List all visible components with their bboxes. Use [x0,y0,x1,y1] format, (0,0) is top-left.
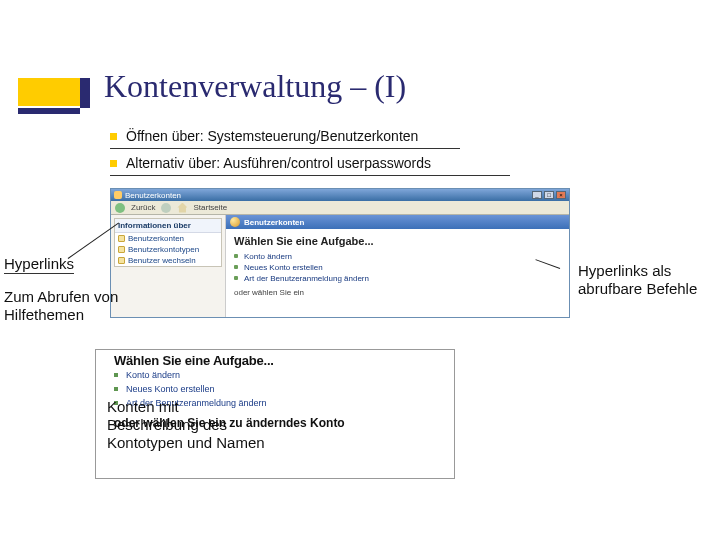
back-label[interactable]: Zurück [131,203,155,212]
tasks-heading-overlap: Wählen Sie eine Aufgabe... [114,353,274,368]
annotation-accounts: Konten mit Beschreibung des Kontotypen u… [107,398,267,452]
doc-icon [118,235,125,242]
tasks-heading: Wählen Sie eine Aufgabe... [234,235,561,247]
sidebar: Informationen über Benutzerkonten Benutz… [111,215,226,317]
minimize-button[interactable]: _ [532,191,542,199]
annotation-hyperlinks: Hyperlinks [4,255,74,274]
home-label[interactable]: Startseite [193,203,227,212]
sidebar-link-kontotypen[interactable]: Benutzerkontotypen [115,244,221,255]
task-link-new-account[interactable]: Neues Konto erstellen [234,262,561,273]
nav-toolbar: Zurück Startseite [111,201,569,215]
doc-icon [118,257,125,264]
or-text: oder wählen Sie ein [234,288,561,297]
home-icon[interactable] [177,203,187,213]
sidebar-header: Informationen über [115,219,221,233]
doc-icon [118,246,125,253]
app-icon [114,191,122,199]
bullet-marker-icon [110,133,117,140]
task-link-login-type[interactable]: Art der Benutzeranmeldung ändern [234,273,561,284]
window-user-accounts: Benutzerkonten _ □ × Zurück Startseite I… [110,188,570,318]
bullet-list: Öffnen über: Systemsteuerung/Benutzerkon… [110,128,510,182]
back-icon[interactable] [115,203,125,213]
close-button[interactable]: × [556,191,566,199]
task-link-change-account[interactable]: Konto ändern [234,251,561,262]
or-rest: wählen Sie ein [252,288,304,297]
or-prefix: oder [234,288,250,297]
slide-deco-blue-v [80,78,90,108]
annotation-helptopics: Zum Abrufen von Hilfethemen [4,288,124,324]
panel-header: Benutzerkonten [226,215,569,229]
slide-title: Kontenverwaltung – (I) [104,68,406,105]
annotation-hyperlinks-text: Hyperlinks [4,255,74,274]
slide-deco-blue-h [18,108,80,114]
annotation-accounts-text: Konten mit Beschreibung des Kontotypen u… [107,398,265,451]
bullet-1-text: Öffnen über: Systemsteuerung/Benutzerkon… [126,128,418,144]
titlebar[interactable]: Benutzerkonten _ □ × [111,189,569,201]
sidebar-link-label: Benutzerkonten [128,234,184,243]
sidebar-link-label: Benutzer wechseln [128,256,196,265]
forward-icon[interactable] [161,203,171,213]
panel-header-text: Benutzerkonten [244,218,304,227]
sidebar-link-label: Benutzerkontotypen [128,245,199,254]
sidebar-link-benutzerkonten[interactable]: Benutzerkonten [115,233,221,244]
task-link-change-account[interactable]: Konto ändern [114,368,444,382]
bullet-1: Öffnen über: Systemsteuerung/Benutzerkon… [110,128,460,149]
task-link-new-account[interactable]: Neues Konto erstellen [114,382,444,396]
window-title: Benutzerkonten [125,191,181,200]
main-panel: Benutzerkonten Wählen Sie eine Aufgabe..… [226,215,569,317]
bullet-2: Alternativ über: Ausführen/control userp… [110,155,510,176]
annotation-hyperlinks-commands: Hyperlinks als abrufbare Befehle [578,262,718,298]
bullet-2-text: Alternativ über: Ausführen/control userp… [126,155,431,171]
bullet-marker-icon [110,160,117,167]
sidebar-link-wechseln[interactable]: Benutzer wechseln [115,255,221,266]
users-icon [230,217,240,227]
slide-deco-yellow [18,78,80,106]
maximize-button[interactable]: □ [544,191,554,199]
